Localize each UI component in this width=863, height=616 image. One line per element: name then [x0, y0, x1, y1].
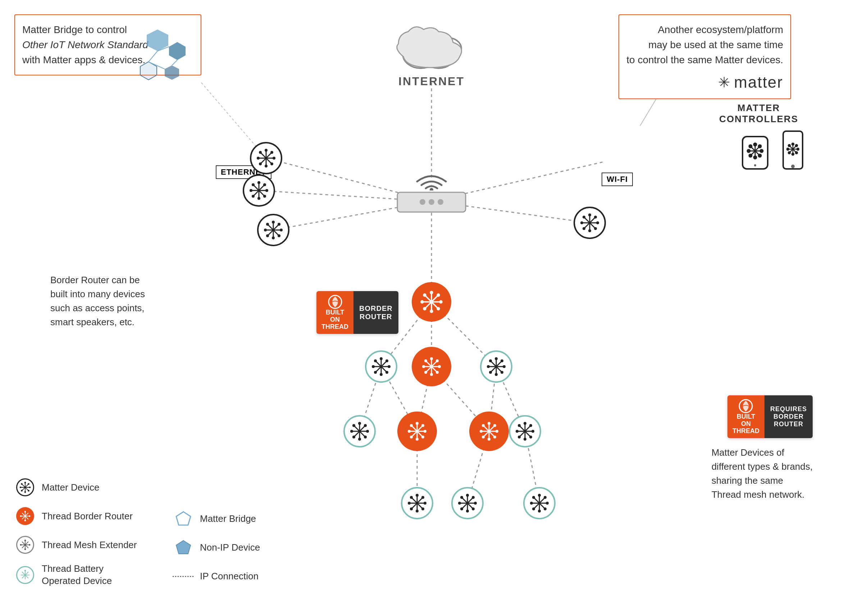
svg-marker-23 [165, 65, 179, 80]
svg-point-112 [594, 227, 597, 230]
svg-point-275 [20, 544, 22, 545]
svg-point-184 [410, 424, 413, 427]
legend-label-thread-mesh-extender: Thread Mesh Extender [42, 539, 137, 551]
matter-symbol-tm2 [422, 357, 441, 376]
legend-icon-matter-bridge [173, 508, 194, 530]
svg-point-241 [538, 510, 541, 512]
svg-point-38 [438, 199, 443, 205]
svg-point-90 [252, 195, 255, 198]
svg-point-108 [588, 229, 591, 232]
svg-line-27 [148, 51, 157, 62]
matter-node-wifi1 [573, 207, 606, 239]
pentagon-outline-icon [175, 510, 192, 528]
legend-label-thread-border-router: Thread Border Router [42, 510, 133, 523]
svg-point-197 [493, 435, 496, 438]
svg-point-110 [596, 222, 599, 224]
thread-on-2: ON [732, 421, 759, 428]
svg-point-199 [482, 435, 485, 438]
svg-point-208 [518, 424, 521, 427]
svg-point-207 [531, 430, 534, 433]
svg-point-145 [430, 373, 433, 376]
svg-point-146 [422, 365, 425, 368]
svg-point-113 [594, 215, 597, 218]
legend-right: Matter Bridge Non-IP Device IP Connectio… [173, 508, 260, 594]
legend-label-ip-connection: IP Connection [200, 570, 258, 583]
matter-symbol-tm9 [458, 493, 477, 513]
svg-point-195 [496, 430, 498, 433]
matter-symbol-eth1 [257, 148, 276, 168]
legend-label-matter-device: Matter Device [42, 482, 99, 494]
svg-point-255 [20, 487, 22, 489]
svg-point-257 [21, 483, 23, 485]
svg-point-85 [250, 189, 252, 192]
legend-thread-border-router: Thread Border Router [14, 505, 137, 527]
svg-point-233 [472, 508, 475, 510]
svg-point-217 [416, 510, 419, 512]
svg-point-204 [524, 422, 526, 425]
svg-point-265 [24, 511, 26, 512]
router-icon [395, 190, 468, 215]
thread-logo-icon [328, 295, 342, 309]
matter-logo-text: matter [734, 73, 783, 91]
svg-point-206 [516, 430, 518, 433]
matter-symbol-tm10 [530, 493, 549, 513]
svg-point-170 [350, 430, 353, 433]
svg-point-150 [436, 359, 439, 362]
svg-point-60 [787, 148, 789, 150]
legend-label-thread-battery-device: Thread BatteryOperated Device [42, 563, 112, 587]
svg-point-73 [257, 157, 260, 160]
internet-cloud-container: INTERNET [392, 22, 471, 88]
svg-point-228 [466, 494, 469, 497]
phone-controller [780, 129, 805, 173]
svg-point-266 [24, 520, 26, 521]
svg-point-216 [416, 494, 419, 497]
svg-point-109 [580, 222, 583, 224]
svg-point-268 [29, 515, 30, 517]
thread-router: ROUTER [360, 313, 392, 321]
matter-symbol-tm4 [350, 421, 369, 441]
svg-point-149 [436, 371, 439, 374]
svg-point-253 [24, 482, 26, 484]
thread-logo-icon-2 [739, 399, 753, 413]
legend-icon-matter-device [14, 476, 36, 498]
svg-point-50 [758, 145, 761, 148]
svg-point-274 [24, 548, 26, 550]
svg-point-37 [428, 199, 435, 205]
svg-point-137 [386, 371, 388, 374]
svg-point-133 [380, 373, 383, 376]
internet-label: INTERNET [392, 75, 471, 88]
thread-mesh-node-8 [401, 487, 433, 519]
thread-mesh-node-7 [509, 415, 541, 448]
svg-point-163 [489, 371, 492, 374]
svg-point-220 [410, 496, 413, 499]
svg-point-139 [374, 371, 377, 374]
matter-node-eth3 [257, 214, 290, 246]
svg-point-161 [501, 371, 503, 374]
svg-point-254 [24, 491, 26, 493]
svg-marker-283 [176, 541, 191, 554]
thread-built: BUILT [321, 309, 348, 316]
thread-on: ON [321, 316, 348, 324]
svg-point-83 [257, 181, 260, 184]
svg-point-52 [754, 164, 756, 167]
svg-point-244 [532, 496, 535, 499]
svg-point-162 [501, 359, 503, 362]
svg-point-182 [408, 430, 411, 433]
svg-point-281 [24, 570, 26, 572]
svg-point-126 [423, 307, 426, 310]
svg-point-65 [788, 152, 791, 154]
svg-point-71 [265, 149, 268, 152]
svg-point-267 [20, 515, 22, 517]
svg-point-205 [524, 438, 526, 441]
matter-symbol-tm6 [479, 421, 499, 441]
svg-point-88 [263, 195, 266, 198]
thread-mesh-node-5 [397, 412, 437, 451]
svg-point-175 [353, 435, 355, 438]
smart-speaker-icon [737, 129, 773, 173]
svg-point-276 [29, 544, 30, 545]
svg-point-123 [423, 293, 426, 297]
border-router-node [412, 282, 451, 322]
svg-point-198 [493, 424, 496, 427]
matter-symbol-border-router [420, 291, 443, 313]
diagram-container: Matter Bridge to control Other IoT Netwo… [0, 0, 863, 616]
